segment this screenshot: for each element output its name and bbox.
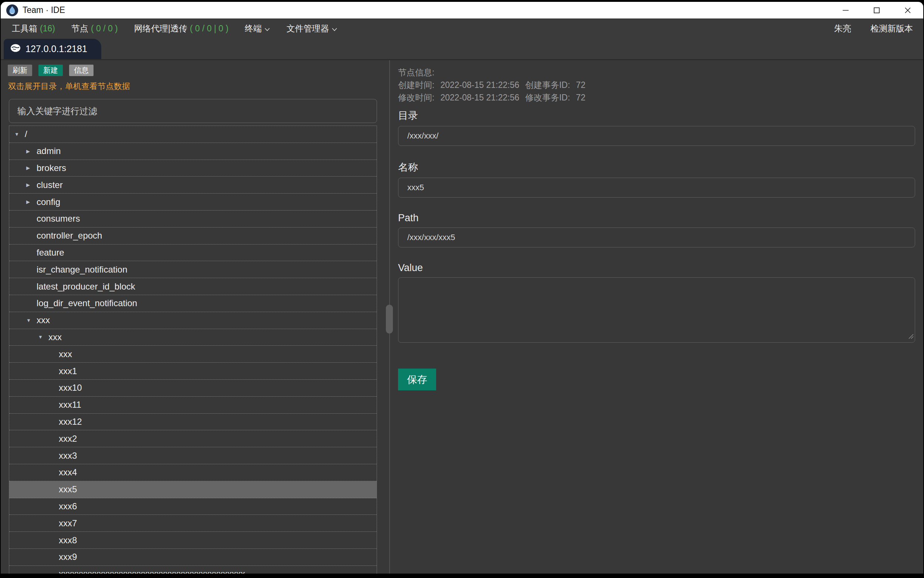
node-fields: 目录名称PathValue — [398, 109, 915, 343]
menu-right-item-1[interactable]: 检测新版本 — [870, 23, 913, 34]
tree-node[interactable]: xxx7 — [9, 515, 377, 532]
tree-node-label: isr_change_notification — [37, 265, 127, 275]
field-input[interactable] — [398, 227, 915, 247]
menu-item-1[interactable]: 节点( 0 / 0 ) — [72, 23, 118, 34]
menu-item-3[interactable]: 终端 — [245, 23, 270, 34]
tree-node[interactable]: xxx1 — [9, 363, 377, 380]
tree-node-label: xxx4 — [59, 467, 77, 477]
tree-node[interactable]: controller_epoch — [9, 227, 377, 245]
tree-node[interactable]: xxx2 — [9, 430, 377, 447]
node-info-segment: 72 — [576, 80, 586, 90]
triangle-down-icon[interactable]: ▼ — [15, 132, 25, 137]
field-group: 目录 — [398, 109, 915, 146]
menu-right-item-0[interactable]: 朱亮 — [834, 23, 851, 34]
field-input[interactable] — [398, 178, 915, 198]
tree-node-label: config — [37, 197, 60, 207]
node-info: 节点信息:创建时间:2022-08-15 21:22:56创建事务ID:72修改… — [398, 66, 915, 104]
tree-toolbar-button-2[interactable]: 信息 — [69, 65, 93, 76]
node-info-segment: 修改时间: — [398, 93, 434, 102]
tree-node[interactable]: xxx12 — [9, 414, 377, 431]
node-info-segment: 2022-08-15 21:22:56 — [440, 80, 519, 90]
tree-node[interactable]: feature — [9, 245, 377, 261]
tree-node[interactable]: isr_change_notification — [9, 261, 377, 278]
menu-item-count: (16) — [40, 24, 55, 34]
tree-node-label: consumers — [37, 213, 80, 224]
menu-item-label: 文件管理器 — [286, 23, 329, 34]
minimize-button[interactable] — [830, 2, 861, 18]
tree-node[interactable]: log_dir_event_notification — [9, 295, 377, 312]
filter-input[interactable] — [9, 99, 377, 123]
triangle-right-icon[interactable]: ▶ — [26, 148, 37, 154]
tree-node-label: xxx11 — [59, 399, 81, 410]
tree-node-label: xxx — [59, 349, 72, 359]
triangle-right-icon[interactable]: ▶ — [26, 199, 37, 205]
triangle-down-icon[interactable]: ▼ — [26, 318, 37, 323]
field-input[interactable] — [398, 126, 915, 146]
tree-node[interactable]: xxx6 — [9, 498, 377, 515]
tree-node[interactable]: ▶cluster — [9, 177, 377, 193]
tree-node[interactable]: xxx8 — [9, 532, 377, 549]
tree-node[interactable]: xxx3 — [9, 447, 377, 464]
menu-bar: 工具箱(16)节点( 0 / 0 )网络代理|透传( 0 / 0 | 0 )终端… — [1, 18, 923, 39]
triangle-right-icon[interactable]: ▶ — [26, 165, 37, 170]
tree-toolbar-button-1[interactable]: 新建 — [39, 65, 63, 76]
tree-node[interactable]: xxxxxxxxxxxxxxxxxxxxxxxxxxxxxxxxxxxxxxxx… — [9, 566, 377, 573]
app-logo-icon — [6, 4, 18, 16]
menu-item-2[interactable]: 网络代理|透传( 0 / 0 | 0 ) — [134, 23, 228, 34]
tree-panel: 刷新新建信息 双击展开目录，单机查看节点数据 ▼/▶admin▶brokers▶… — [1, 60, 389, 573]
tree-node-label: xxxxxxxxxxxxxxxxxxxxxxxxxxxxxxxxxxxxxxxx… — [59, 569, 245, 573]
menu-item-0[interactable]: 工具箱(16) — [12, 23, 55, 34]
tree-node-label: brokers — [37, 163, 66, 173]
value-textarea[interactable] — [398, 278, 915, 343]
node-info-line: 创建时间:2022-08-15 21:22:56创建事务ID:72 — [398, 79, 915, 91]
tree-node-label: xxx7 — [59, 518, 77, 529]
tree-node[interactable]: xxx5 — [9, 481, 377, 498]
tree-node-label: xxx5 — [59, 484, 77, 495]
tree-node[interactable]: ▼xxx — [9, 329, 377, 346]
app-window: Team · IDE 工具箱(16)节点( 0 / 0 )网络代理|透传( 0 … — [1, 2, 923, 573]
tree-node-label: admin — [37, 146, 60, 156]
tree-node[interactable]: ▶admin — [9, 143, 377, 160]
tree-node[interactable]: xxx4 — [9, 464, 377, 481]
tree-node[interactable]: ▼/ — [9, 126, 377, 143]
window-title: Team · IDE — [23, 5, 65, 15]
title-bar: Team · IDE — [1, 2, 923, 18]
close-button[interactable] — [892, 2, 923, 18]
save-button[interactable]: 保存 — [398, 369, 436, 390]
triangle-right-icon[interactable]: ▶ — [26, 182, 37, 188]
tab-connection[interactable]: 127.0.0.1:2181 — [4, 39, 101, 59]
tree-node-label: xxx9 — [59, 552, 77, 562]
menu-item-label: 朱亮 — [834, 23, 851, 34]
tree-node[interactable]: xxx9 — [9, 549, 377, 566]
menu-item-label: 网络代理|透传 — [134, 23, 187, 34]
value-textarea-wrap — [398, 278, 915, 343]
tree-node[interactable]: xxx11 — [9, 397, 377, 414]
tree-node-label: xxx — [49, 332, 62, 343]
field-group: Value — [398, 262, 915, 343]
tree-toolbar-button-0[interactable]: 刷新 — [8, 65, 32, 76]
window-controls — [830, 2, 923, 18]
node-info-segment: 2022-08-15 21:22:56 — [440, 93, 519, 102]
menu-item-label: 节点 — [72, 23, 88, 34]
tree-node-label: xxx10 — [59, 383, 82, 393]
tree-node-label: cluster — [37, 180, 63, 190]
resize-handle-icon[interactable] — [908, 333, 914, 341]
tree-node[interactable]: xxx — [9, 346, 377, 363]
field-label: 名称 — [398, 161, 915, 174]
tree-node[interactable]: ▶config — [9, 193, 377, 211]
minimize-icon — [841, 5, 851, 15]
maximize-button[interactable] — [861, 2, 892, 18]
tree-node-label: feature — [37, 247, 64, 258]
tree-node[interactable]: consumers — [9, 211, 377, 227]
tree-node[interactable]: ▼xxx — [9, 312, 377, 329]
menu-item-label: 检测新版本 — [870, 23, 913, 34]
tab-label: 127.0.0.1:2181 — [26, 44, 87, 54]
tree-node-label: controller_epoch — [37, 231, 102, 241]
tree-node[interactable]: latest_producer_id_block — [9, 278, 377, 295]
menu-item-4[interactable]: 文件管理器 — [286, 23, 337, 34]
tree-node[interactable]: xxx10 — [9, 380, 377, 397]
tree-node-label: xxx3 — [59, 451, 77, 461]
close-icon — [903, 5, 913, 15]
triangle-down-icon[interactable]: ▼ — [38, 334, 49, 340]
tree-node[interactable]: ▶brokers — [9, 160, 377, 177]
